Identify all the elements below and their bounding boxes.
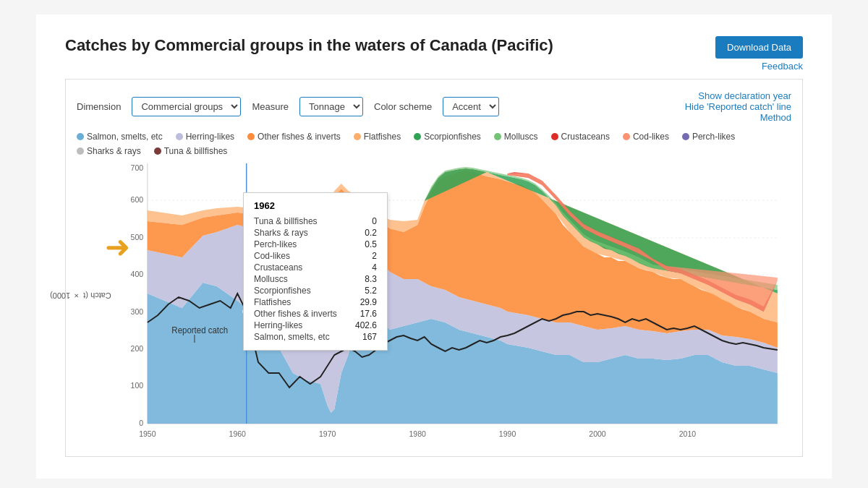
reported-catch-text: Reported catch (171, 325, 228, 335)
legend-dot (154, 147, 161, 155)
svg-text:700: 700 (131, 163, 144, 172)
tooltip-value: 17.6 (360, 309, 377, 319)
tooltip-label: Cod-likes (254, 251, 290, 261)
legend-label: Crustaceans (561, 132, 610, 142)
tooltip-label: Crustaceans (254, 262, 302, 273)
tooltip-label: Herring-likes (254, 320, 302, 330)
tooltip-year: 1962 (254, 200, 377, 211)
dimension-select[interactable]: Commercial groups (132, 97, 241, 116)
tooltip-value: 0.5 (365, 239, 377, 249)
tooltip-value: 167 (362, 332, 377, 342)
legend-label: Flatfishes (364, 132, 401, 142)
tooltip-row: Molluscs8.3 (254, 273, 377, 285)
legend-item: Cod-likes (623, 132, 669, 142)
tooltip-value: 0 (372, 216, 377, 226)
tooltip-label: Sharks & rays (254, 228, 308, 238)
legend-item: Herring-likes (176, 132, 234, 142)
svg-text:2000: 2000 (589, 429, 605, 438)
tooltip-row: Cod-likes2 (254, 250, 377, 262)
tooltip-value: 402.6 (355, 320, 377, 330)
tooltip-row: Tuna & billfishes0 (254, 215, 377, 227)
legend-label: Perch-likes (692, 132, 735, 142)
colorscheme-label: Color scheme (374, 101, 432, 112)
legend-dot (494, 133, 501, 140)
y-axis-label: Catch (t × 1000) (50, 291, 111, 300)
tooltip-value: 5.2 (365, 286, 377, 296)
svg-text:2010: 2010 (679, 429, 696, 438)
chart-area: Catch (t × 1000) 0 (77, 163, 791, 445)
legend-dot (77, 133, 84, 140)
legend-item: Sharks & rays (77, 146, 141, 156)
feedback-link[interactable]: Feedback (65, 61, 803, 72)
legend-label: Tuna & billfishes (164, 146, 228, 156)
controls-right: Show declaration year Hide 'Reported cat… (685, 90, 791, 123)
tooltip-value: 8.3 (365, 274, 377, 284)
tooltip-row: Sharks & rays0.2 (254, 227, 377, 239)
page-title: Catches by Commercial groups in the wate… (65, 36, 803, 55)
tooltip-label: Other fishes & inverts (254, 309, 337, 319)
legend-label: Salmon, smelts, etc (87, 132, 163, 142)
svg-text:400: 400 (131, 270, 144, 278)
tooltip-label: Molluscs (254, 274, 288, 284)
legend-label: Other fishes & inverts (258, 132, 341, 142)
svg-text:1970: 1970 (319, 429, 336, 438)
legend-item: Flatfishes (354, 132, 401, 142)
measure-select[interactable]: Tonnage (299, 97, 363, 116)
tooltip-box: 1962 Tuna & billfishes0Sharks & rays0.2P… (243, 192, 388, 351)
chart-container: Dimension Commercial groups Measure Tonn… (65, 79, 803, 457)
legend-label: Herring-likes (186, 132, 234, 142)
tooltip-value: 4 (372, 262, 377, 273)
tooltip-label: Perch-likes (254, 239, 297, 249)
tooltip-row: Crustaceans4 (254, 262, 377, 273)
tooltip-label: Salmon, smelts, etc (254, 332, 330, 342)
download-button[interactable]: Download Data (715, 36, 803, 59)
legend-row: Salmon, smelts, etcHerring-likesOther fi… (77, 132, 791, 156)
tooltip-value: 0.2 (365, 228, 377, 238)
show-declaration-year-link[interactable]: Show declaration year (685, 90, 791, 101)
legend-dot (354, 133, 361, 140)
svg-text:1950: 1950 (139, 429, 156, 438)
method-link[interactable]: Method (685, 112, 791, 123)
dimension-label: Dimension (77, 101, 121, 112)
measure-label: Measure (252, 101, 289, 112)
tooltip-row: Scorpionfishes5.2 (254, 285, 377, 296)
colorscheme-select[interactable]: Accent (443, 97, 499, 116)
svg-text:100: 100 (131, 381, 144, 390)
tooltip-label: Scorpionfishes (254, 286, 311, 296)
legend-dot (176, 133, 183, 140)
hide-reported-catch-link[interactable]: Hide 'Reported catch' line (685, 101, 791, 112)
tooltip-value: 29.9 (360, 297, 377, 307)
tooltip-value: 2 (372, 251, 377, 261)
svg-text:0: 0 (139, 419, 143, 427)
legend-dot (247, 133, 255, 140)
tooltip-row: Herring-likes402.6 (254, 320, 377, 331)
legend-label: Sharks & rays (87, 146, 141, 156)
svg-text:300: 300 (131, 307, 144, 316)
controls-row: Dimension Commercial groups Measure Tonn… (77, 90, 791, 123)
legend-dot (77, 147, 84, 155)
svg-text:1990: 1990 (499, 429, 516, 438)
svg-text:1960: 1960 (229, 429, 246, 438)
chart-svg: 0 100 200 300 400 500 600 700 1950 1960 … (113, 163, 791, 445)
legend-label: Cod-likes (633, 132, 669, 142)
legend-dot (414, 133, 421, 140)
tooltip-row: Other fishes & inverts17.6 (254, 308, 377, 320)
legend-dot (682, 133, 689, 140)
tooltip-label: Tuna & billfishes (254, 216, 318, 226)
legend-label: Scorpionfishes (424, 132, 481, 142)
svg-text:1980: 1980 (409, 429, 425, 438)
legend-item: Scorpionfishes (414, 132, 481, 142)
page-container: ➜ Catches by Commercial groups in the wa… (36, 14, 832, 479)
legend-item: Perch-likes (682, 132, 735, 142)
svg-text:200: 200 (131, 344, 144, 353)
tooltip-label: Flatfishes (254, 297, 291, 307)
legend-item: Tuna & billfishes (154, 146, 228, 156)
legend-dot (551, 133, 558, 140)
legend-item: Molluscs (494, 132, 538, 142)
legend-item: Crustaceans (551, 132, 610, 142)
tooltip-row: Perch-likes0.5 (254, 239, 377, 250)
legend-item: Other fishes & inverts (247, 132, 341, 142)
tooltip-row: Salmon, smelts, etc167 (254, 331, 377, 343)
legend-label: Molluscs (504, 132, 538, 142)
svg-text:500: 500 (131, 233, 144, 241)
